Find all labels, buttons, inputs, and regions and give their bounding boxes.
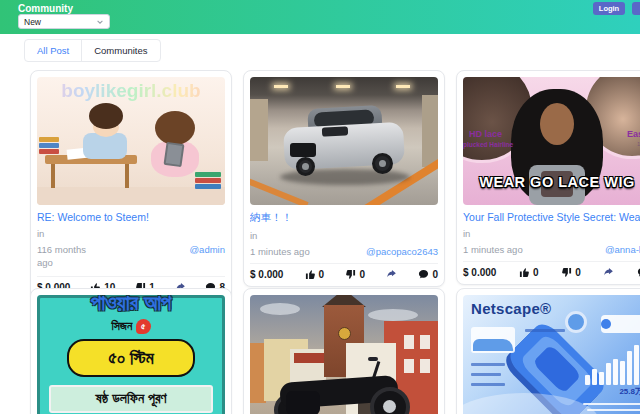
image-label-hairline: plucked Hairline [463, 141, 513, 148]
post-thumbnail[interactable]: boylikegirl.club [37, 77, 225, 205]
tab-all-post[interactable]: All Post [25, 40, 81, 61]
post-age: 1 minutes ago [250, 246, 310, 257]
comment-bubble-icon [418, 269, 429, 280]
chevron-down-icon [96, 18, 104, 26]
post-thumbnail[interactable]: পাওয়ার আপ সিজন ৫ ৫০ স্টিম ষষ্ঠ ডলফিন পূ… [37, 295, 225, 414]
resteem-button[interactable] [603, 267, 614, 278]
post-thumbnail[interactable]: HD lace plucked Hairline Easy 1 s WEAR G… [463, 77, 640, 205]
downvote-button[interactable]: 0 [345, 269, 365, 280]
post-card-steem-promo: পাওয়ার আপ সিজন ৫ ৫০ স্টিম ষষ্ঠ ডলফিন পূ… [30, 288, 232, 414]
post-category: in [37, 228, 225, 239]
resteem-button[interactable] [386, 269, 397, 280]
sort-dropdown-value: New [24, 17, 41, 27]
downvote-count: 0 [359, 269, 365, 280]
header-bar: Community New Login Register [0, 0, 640, 34]
thumbs-down-icon [345, 269, 356, 280]
post-thumbnail[interactable] [250, 295, 438, 414]
feed-tabs: All Post Communites [24, 39, 161, 62]
share-arrow-icon [603, 267, 614, 278]
image-heading: পাওয়ার আপ [37, 295, 225, 315]
post-title-link[interactable]: RE: Welcome to Steem! [37, 211, 225, 223]
image-brand-text: Netscape® [471, 300, 551, 317]
comments-button[interactable]: 0 [418, 269, 438, 280]
post-payout: $ 0.000 [463, 267, 496, 278]
post-payout: $ 0.000 [250, 269, 283, 280]
image-label-easy: Easy [627, 129, 640, 139]
sort-dropdown[interactable]: New [18, 14, 110, 29]
thumbs-down-icon [561, 267, 572, 278]
post-thumbnail[interactable] [250, 77, 438, 205]
community-label: Community [18, 3, 73, 14]
post-card-motorcycle [243, 288, 445, 414]
register-button[interactable]: Register [632, 2, 640, 15]
image-subtitle: ষষ্ঠ ডলফিন পূরণ [49, 385, 213, 413]
downvote-button[interactable]: 0 [561, 267, 581, 278]
post-footer: $ 0.000 0 0 [463, 261, 640, 278]
post-author-link[interactable]: @anna-lev [605, 244, 640, 255]
tab-communities[interactable]: Communites [81, 40, 159, 61]
post-row-2: পাওয়ার আপ সিজন ৫ ৫০ স্টিম ষষ্ঠ ডলফিন পূ… [30, 288, 640, 414]
post-card-wig: HD lace plucked Hairline Easy 1 s WEAR G… [456, 70, 640, 285]
image-season-number: ৫ [136, 319, 151, 334]
upvote-count: 0 [319, 269, 325, 280]
post-card-car-delivery: 納車！！ in 1 minutes ago @pacopaco2643 $ 0.… [243, 70, 445, 287]
post-card-netscape: Netscape® 25.8万 [456, 288, 640, 414]
share-arrow-icon [386, 269, 397, 280]
image-pill-text: ৫০ স্টিম [67, 339, 195, 377]
comment-count: 0 [432, 269, 438, 280]
image-season-text: সিজন [111, 319, 132, 333]
image-label-hd-lace: HD lace [469, 129, 502, 139]
post-title-link[interactable]: Your Fall Protective Style Secret: Wear … [463, 211, 640, 223]
thumbs-up-icon [519, 267, 530, 278]
post-author-link[interactable]: @admin [189, 244, 225, 255]
login-button[interactable]: Login [593, 2, 625, 15]
post-category: in [250, 230, 438, 241]
image-metric-text: 25.8万 [619, 386, 640, 397]
post-age: 116 months ago [37, 244, 99, 270]
post-card-welcome-steem: boylikegirl.club RE: Welc [30, 70, 232, 300]
post-footer: $ 0.000 0 0 0 [250, 263, 438, 280]
community-page: Community New Login Register All Post Co… [0, 0, 640, 414]
downvote-count: 0 [575, 267, 581, 278]
upvote-button[interactable]: 0 [305, 269, 325, 280]
image-headline: WEAR GO LACE WIG [463, 174, 640, 190]
upvote-count: 0 [533, 267, 539, 278]
post-title-link[interactable]: 納車！！ [250, 211, 438, 225]
post-row-1: boylikegirl.club RE: Welc [30, 70, 640, 300]
post-category: in [463, 228, 640, 239]
upvote-button[interactable]: 0 [519, 267, 539, 278]
image-watermark-text: boylikegirl.club [37, 80, 225, 102]
post-age: 1 minutes ago [463, 244, 523, 255]
thumbs-up-icon [305, 269, 316, 280]
post-thumbnail[interactable]: Netscape® 25.8万 [463, 295, 640, 414]
post-author-link[interactable]: @pacopaco2643 [366, 246, 438, 257]
